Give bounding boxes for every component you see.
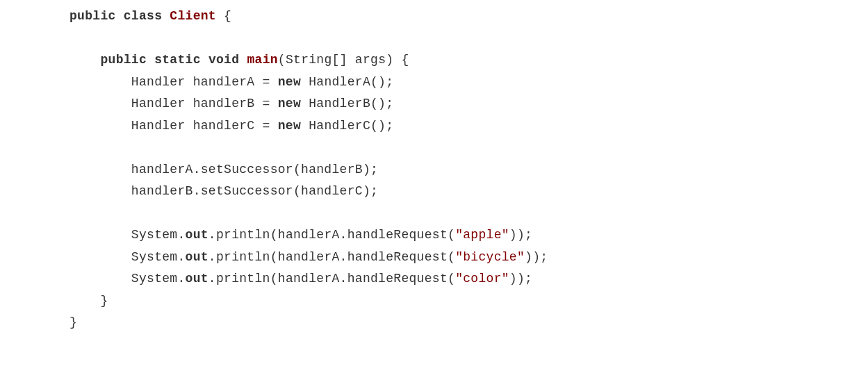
kw-static: static [154,53,201,67]
indent [69,228,131,242]
println-close: )); [525,250,548,264]
decl-handlerA-left: Handler handlerA = [131,75,278,89]
kw-new: new [278,75,301,89]
brace-open: { [216,9,231,23]
kw-new: new [278,97,301,110]
indent [69,163,131,176]
set-successor-2: handlerB.setSuccessor(handlerC); [131,184,378,198]
kw-public: public [69,9,116,23]
indent [69,184,131,198]
str-apple: "apple" [455,228,509,242]
sys-prefix: System. [131,272,186,286]
sys-prefix: System. [131,250,186,264]
code-block: public class Client { public static void… [0,0,868,340]
indent [69,75,131,89]
println-open: .println(handlerA.handleRequest( [208,250,455,264]
kw-void: void [208,53,239,67]
indent [69,272,131,286]
println-close: )); [509,272,532,286]
decl-handlerA-right: HandlerA(); [301,75,393,89]
println-open: .println(handlerA.handleRequest( [208,228,455,242]
sys-out: out [186,272,208,286]
sys-prefix: System. [131,228,186,242]
sys-out: out [186,228,208,242]
decl-handlerC-left: Handler handlerC = [131,119,278,133]
println-close: )); [509,228,532,242]
indent [69,53,100,67]
indent [69,119,131,133]
kw-new: new [278,119,301,133]
println-open: .println(handlerA.handleRequest( [208,272,455,286]
indent [69,250,131,264]
indent [69,294,100,308]
sig-args: (String[] args) { [278,53,409,67]
decl-handlerB-right: HandlerB(); [301,97,393,110]
indent [69,97,131,110]
method-main: main [247,53,277,67]
decl-handlerB-left: Handler handlerB = [131,97,278,110]
set-successor-1: handlerA.setSuccessor(handlerB); [131,163,378,176]
str-bicycle: "bicycle" [455,250,525,264]
brace-close: } [69,315,77,329]
sys-out: out [186,250,208,264]
str-color: "color" [455,272,509,286]
kw-public: public [100,53,147,67]
decl-handlerC-right: HandlerC(); [301,119,393,133]
brace-close: } [100,294,108,308]
kw-class: class [124,9,163,23]
class-name: Client [170,9,216,23]
